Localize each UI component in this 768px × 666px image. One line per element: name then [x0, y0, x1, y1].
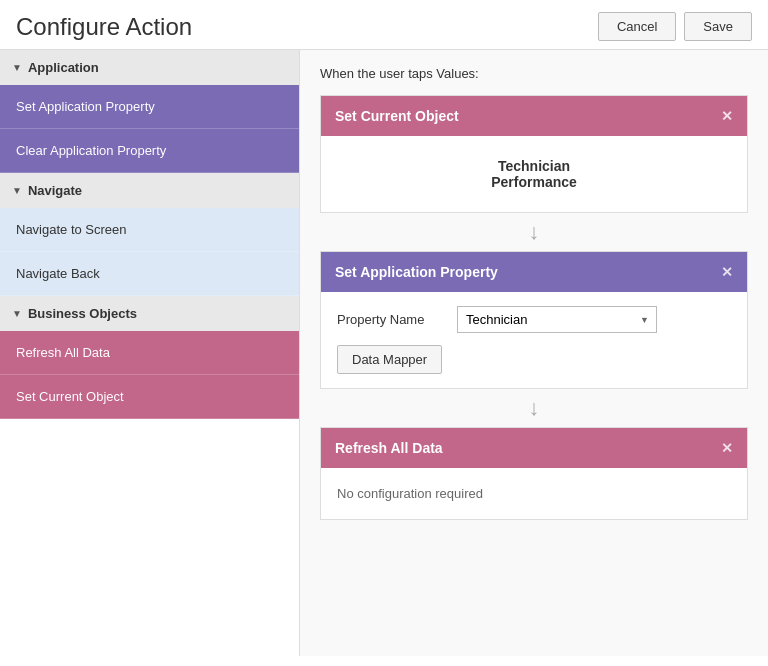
section-business-objects: ▼ Business Objects [0, 296, 299, 331]
card-set-application-property: Set Application Property ✕ Property Name… [320, 251, 748, 389]
arrow-down-1: ↓ [320, 221, 748, 243]
cancel-button[interactable]: Cancel [598, 12, 676, 41]
no-config-text: No configuration required [337, 482, 731, 505]
property-name-select[interactable]: Technician [457, 306, 657, 333]
arrow-icon: ▼ [12, 62, 22, 73]
left-panel: ▼ Application Set Application Property C… [0, 50, 300, 656]
section-application-label: Application [28, 60, 99, 75]
data-mapper-row: Data Mapper [337, 345, 731, 374]
card-set-current-object: Set Current Object ✕ TechnicianPerforman… [320, 95, 748, 213]
save-button[interactable]: Save [684, 12, 752, 41]
sidebar-item-clear-application-property[interactable]: Clear Application Property [0, 129, 299, 173]
sidebar-item-refresh-all-data[interactable]: Refresh All Data [0, 331, 299, 375]
header-buttons: Cancel Save [598, 12, 752, 41]
card-set-current-object-text: TechnicianPerformance [337, 150, 731, 198]
section-navigate: ▼ Navigate [0, 173, 299, 208]
sidebar-item-set-application-property[interactable]: Set Application Property [0, 85, 299, 129]
sidebar-item-set-current-object[interactable]: Set Current Object [0, 375, 299, 419]
section-business-objects-label: Business Objects [28, 306, 137, 321]
close-set-current-object[interactable]: ✕ [721, 108, 733, 124]
property-name-select-wrapper: Technician [457, 306, 657, 333]
arrow-down-2: ↓ [320, 397, 748, 419]
main-content: ▼ Application Set Application Property C… [0, 50, 768, 656]
close-refresh-all-data[interactable]: ✕ [721, 440, 733, 456]
card-set-current-object-header: Set Current Object ✕ [321, 96, 747, 136]
sidebar-item-navigate-to-screen[interactable]: Navigate to Screen [0, 208, 299, 252]
sidebar-item-navigate-back[interactable]: Navigate Back [0, 252, 299, 296]
card-refresh-all-data-header: Refresh All Data ✕ [321, 428, 747, 468]
card-set-current-object-body: TechnicianPerformance [321, 136, 747, 212]
page-title: Configure Action [16, 13, 192, 41]
card-refresh-all-data-body: No configuration required [321, 468, 747, 519]
card-set-application-property-body: Property Name Technician Data Mapper [321, 292, 747, 388]
section-application: ▼ Application [0, 50, 299, 85]
card-set-application-property-header: Set Application Property ✕ [321, 252, 747, 292]
right-panel: When the user taps Values: Set Current O… [300, 50, 768, 656]
section-navigate-label: Navigate [28, 183, 82, 198]
arrow-icon-navigate: ▼ [12, 185, 22, 196]
card-refresh-all-data: Refresh All Data ✕ No configuration requ… [320, 427, 748, 520]
property-name-row: Property Name Technician [337, 306, 731, 333]
data-mapper-button[interactable]: Data Mapper [337, 345, 442, 374]
close-set-application-property[interactable]: ✕ [721, 264, 733, 280]
header: Configure Action Cancel Save [0, 0, 768, 50]
property-name-label: Property Name [337, 312, 447, 327]
arrow-icon-business: ▼ [12, 308, 22, 319]
when-text: When the user taps Values: [320, 66, 748, 81]
